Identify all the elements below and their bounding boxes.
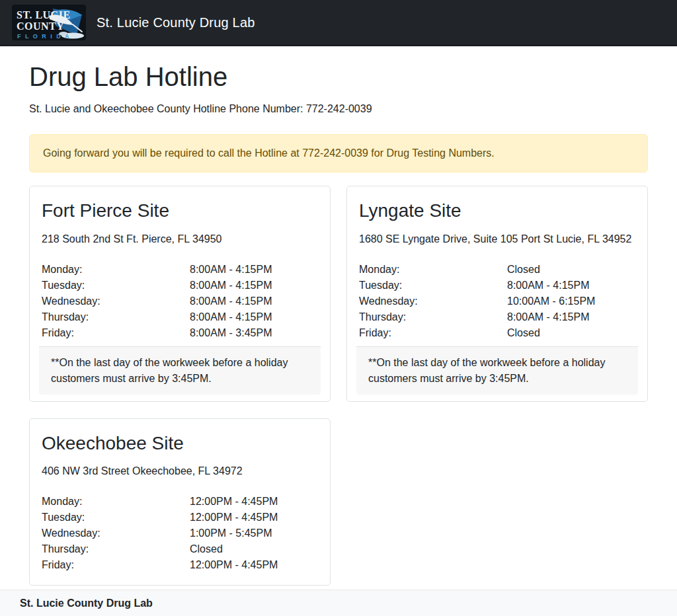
hours-time: 12:00PM - 4:45PM: [190, 510, 318, 525]
hours-day: Friday:: [359, 325, 507, 341]
hours-time: 12:00PM - 4:45PM: [190, 557, 318, 573]
holiday-note: **On the last day of the workweek before…: [356, 346, 638, 395]
site-card-okeechobee: Okeechobee Site 406 NW 3rd Street Okeech…: [29, 418, 331, 586]
hours-row: Wednesday: 10:00AM - 6:15PM: [359, 293, 635, 309]
hours-time: Closed: [190, 541, 318, 557]
hours-day: Tuesday:: [42, 510, 190, 525]
site-title: Okeechobee Site: [42, 432, 318, 455]
hours-time: 8:00AM - 4:15PM: [190, 309, 318, 325]
site-title: Fort Pierce Site: [42, 200, 318, 222]
hours-day: Monday:: [42, 494, 190, 510]
hours-day: Tuesday:: [42, 278, 190, 293]
hours-row: Monday: Closed: [359, 262, 635, 278]
site-card-lyngate: Lyngate Site 1680 SE Lyngate Drive, Suit…: [346, 186, 648, 402]
hours-row: Friday: 12:00PM - 4:45PM: [42, 557, 318, 573]
hotline-warning-text: Going forward you will be required to ca…: [43, 147, 495, 159]
hours-time: 8:00AM - 4:15PM: [190, 278, 318, 293]
hours-time: 8:00AM - 3:45PM: [190, 325, 318, 341]
site-address: 218 South 2nd St Ft. Pierce, FL 34950: [42, 231, 318, 247]
main-content: Drug Lab Hotline St. Lucie and Okeechobe…: [0, 46, 677, 590]
hours-row: Tuesday: 12:00PM - 4:45PM: [42, 510, 318, 525]
hours-row: Tuesday: 8:00AM - 4:15PM: [42, 278, 318, 293]
hours-table: Monday: 12:00PM - 4:45PM Tuesday: 12:00P…: [42, 494, 318, 573]
hours-table: Monday: Closed Tuesday: 8:00AM - 4:15PM …: [359, 262, 635, 341]
navbar-brand-link[interactable]: St. Lucie County F L O R I D A St. Lucie…: [12, 5, 255, 40]
hours-row: Thursday: Closed: [42, 541, 318, 557]
footer-text: St. Lucie County Drug Lab: [20, 597, 153, 609]
hours-row: Friday: Closed: [359, 325, 635, 341]
hours-row: Thursday: 8:00AM - 4:15PM: [359, 309, 635, 325]
hours-time: 1:00PM - 5:45PM: [190, 525, 318, 541]
logo-text-line1: St. Lucie: [17, 9, 71, 20]
site-address: 1680 SE Lyngate Drive, Suite 105 Port St…: [359, 231, 635, 247]
page-footer: St. Lucie County Drug Lab: [0, 590, 677, 616]
hours-day: Friday:: [42, 325, 190, 341]
app-header: St. Lucie County F L O R I D A St. Lucie…: [0, 0, 677, 46]
hours-row: Friday: 8:00AM - 3:45PM: [42, 325, 318, 341]
hours-day: Wednesday:: [42, 293, 190, 309]
hours-time: 8:00AM - 4:15PM: [190, 293, 318, 309]
logo-text-line3: F L O R I D A: [17, 33, 71, 40]
hours-day: Monday:: [42, 262, 190, 278]
hours-time: 12:00PM - 4:45PM: [190, 494, 318, 510]
hours-row: Tuesday: 8:00AM - 4:15PM: [359, 278, 635, 293]
hours-day: Thursday:: [359, 309, 507, 325]
county-logo: St. Lucie County F L O R I D A: [12, 5, 86, 40]
hours-time: Closed: [507, 325, 635, 341]
page-title: Drug Lab Hotline: [29, 61, 648, 93]
site-cards-grid: Fort Pierce Site 218 South 2nd St Ft. Pi…: [29, 186, 648, 586]
hours-table: Monday: 8:00AM - 4:15PM Tuesday: 8:00AM …: [42, 262, 318, 341]
hours-row: Monday: 8:00AM - 4:15PM: [42, 262, 318, 278]
site-title: Lyngate Site: [359, 200, 635, 222]
hours-time: 8:00AM - 4:15PM: [190, 262, 318, 278]
hours-day: Wednesday:: [42, 525, 190, 541]
holiday-note: **On the last day of the workweek before…: [39, 346, 321, 395]
hours-time: 10:00AM - 6:15PM: [507, 293, 635, 309]
hours-day: Wednesday:: [359, 293, 507, 309]
hotline-phone-subtitle: St. Lucie and Okeechobee County Hotline …: [29, 101, 648, 117]
hours-row: Wednesday: 8:00AM - 4:15PM: [42, 293, 318, 309]
hours-day: Friday:: [42, 557, 190, 573]
site-card-fort-pierce: Fort Pierce Site 218 South 2nd St Ft. Pi…: [29, 186, 331, 402]
hours-time: 8:00AM - 4:15PM: [507, 278, 635, 293]
hours-row: Wednesday: 1:00PM - 5:45PM: [42, 525, 318, 541]
site-address: 406 NW 3rd Street Okeechobee, FL 34972: [42, 463, 318, 479]
hours-day: Monday:: [359, 262, 507, 278]
hours-time: Closed: [507, 262, 635, 278]
hours-time: 8:00AM - 4:15PM: [507, 309, 635, 325]
hours-day: Thursday:: [42, 541, 190, 557]
hours-day: Thursday:: [42, 309, 190, 325]
navbar-brand-title[interactable]: St. Lucie County Drug Lab: [97, 15, 255, 30]
hours-day: Tuesday:: [359, 278, 507, 293]
logo-text-line2: County: [17, 20, 64, 32]
hours-row: Thursday: 8:00AM - 4:15PM: [42, 309, 318, 325]
hotline-warning-alert: Going forward you will be required to ca…: [29, 134, 648, 173]
hours-row: Monday: 12:00PM - 4:45PM: [42, 494, 318, 510]
